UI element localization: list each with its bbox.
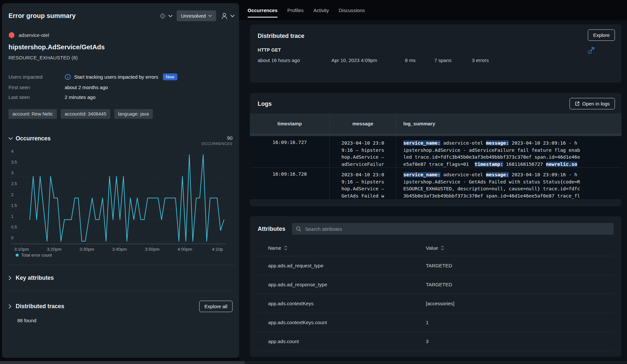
- tab-profiles[interactable]: Profiles: [287, 0, 304, 20]
- attributes-rows: app.ads.ad_request_typeTARGETEDapp.ads.a…: [258, 256, 614, 351]
- panel-title: Error group summary: [7, 12, 159, 20]
- status-dropdown[interactable]: Unresolved: [177, 10, 216, 21]
- attribute-value: 1: [426, 320, 614, 325]
- log-row[interactable]: 16:09:16.7272023-04-10 23:09:16 – hipste…: [250, 136, 621, 167]
- attribute-name: app.ads.contextKeys: [268, 301, 426, 306]
- chevron-down-icon: [208, 15, 212, 17]
- highlighted-token: message:: [486, 140, 509, 146]
- tab-discussions[interactable]: Discussions: [339, 0, 365, 20]
- trace-meta-item: 3 errors: [472, 57, 489, 63]
- trace-meta-item: 7 spans: [434, 57, 472, 63]
- entity-picker-dropdown[interactable]: [159, 12, 172, 20]
- attribute-name: app.ads.ad_response_type: [268, 282, 426, 287]
- attribute-row[interactable]: app.ads.ad_request_typeTARGETED: [258, 256, 614, 275]
- entity-row: adservice-otel: [7, 32, 234, 39]
- logs-card-title: Logs: [250, 93, 621, 107]
- assignee-dropdown[interactable]: [220, 12, 234, 20]
- occurrences-count-label: OCCURRENCES: [201, 142, 233, 146]
- chevron-right-icon: [8, 304, 11, 309]
- attribute-row[interactable]: app.ads.contextKeys.count1: [258, 313, 614, 332]
- attributes-col-name[interactable]: Name: [268, 245, 426, 251]
- distributed-traces-title: Distributed traces: [16, 303, 64, 310]
- summary-header: Error group summary Unresolved: [7, 3, 234, 21]
- search-icon: [296, 226, 301, 232]
- detail-tabbar: OccurrencesProfilesActivityDiscussions: [239, 0, 627, 20]
- entity-name[interactable]: adservice-otel: [19, 32, 49, 38]
- logs-col-message[interactable]: message: [330, 113, 396, 134]
- diamond-icon: [159, 12, 166, 20]
- search-attributes-input[interactable]: [304, 226, 610, 232]
- logs-horizontal-scrollbar[interactable]: [250, 134, 621, 136]
- first-seen-label: First seen: [8, 85, 65, 90]
- log-timestamp: 16:09:16.728: [250, 168, 330, 199]
- summary-controls: Unresolved: [159, 10, 234, 21]
- chevron-down-icon: [231, 15, 234, 17]
- tag-chip[interactable]: language: java: [114, 109, 153, 119]
- occurrences-count-block: 90 OCCURRENCES: [201, 135, 233, 146]
- key-attributes-toggle[interactable]: Key attributes: [8, 275, 54, 281]
- users-impacted-text[interactable]: Start tracking users impacted by errors: [74, 74, 158, 80]
- tab-activity[interactable]: Activity: [314, 0, 329, 20]
- detail-panel: OccurrencesProfilesActivityDiscussions D…: [239, 0, 627, 364]
- status-dropdown-label: Unresolved: [181, 13, 206, 19]
- logs-col-timestamp[interactable]: timestamp: [250, 113, 330, 134]
- explore-button[interactable]: Explore: [588, 29, 615, 41]
- horizontal-scrollbar-thumb[interactable]: [0, 361, 245, 364]
- svg-text:3: 3: [11, 170, 13, 175]
- open-in-logs-button[interactable]: Open in logs: [570, 98, 615, 109]
- traces-found-count: 88 found: [7, 318, 234, 323]
- tags-row: account: Rew NelicaccountId: 3406445lang…: [7, 109, 234, 119]
- chart-legend[interactable]: Total error count: [7, 253, 234, 258]
- attribute-row[interactable]: app.ads.count3: [258, 332, 614, 351]
- distributed-traces-section: Distributed traces Explore all: [7, 291, 234, 322]
- users-impacted-value: Start tracking users impacted by errors …: [65, 73, 234, 80]
- error-class: RESOURCE_EXHAUSTED (8): [7, 55, 234, 60]
- logs-col-log-summary[interactable]: log_summary: [396, 113, 621, 134]
- occurrences-collapse-toggle[interactable]: Occurrences: [8, 135, 51, 142]
- attribute-row[interactable]: app.ads.ad_response_typeTARGETED: [258, 275, 614, 294]
- svg-text:3:40pm: 3:40pm: [112, 247, 127, 252]
- distributed-traces-toggle[interactable]: Distributed traces: [8, 303, 64, 310]
- error-group-name: hipstershop.AdService/GetAds: [7, 43, 234, 51]
- attributes-col-value[interactable]: Value: [426, 245, 614, 251]
- trace-meta-item: Apr 10, 2023 4:09pm: [331, 57, 405, 63]
- chevron-down-icon: [169, 15, 172, 17]
- logs-table: timestamp message log_summary 16:09:16.7…: [250, 113, 621, 206]
- explore-all-button[interactable]: Explore all: [199, 301, 233, 312]
- legend-label: Total error count: [21, 253, 52, 258]
- attributes-table: Name Value app.ads.ad_request_ty: [258, 242, 614, 351]
- error-group-summary-panel: Error group summary Unresolved: [2, 3, 239, 358]
- occurrences-chart[interactable]: 43.532.521.510.503:10pm3:20pm3:30pm3:40p…: [7, 148, 234, 253]
- tag-chip[interactable]: account: Rew Nelic: [8, 109, 57, 119]
- sort-icon: [441, 245, 444, 250]
- svg-text:0: 0: [11, 235, 13, 240]
- attribute-name: app.ads.contextKeys.count: [268, 320, 426, 325]
- last-seen-value: 2 minutes ago: [65, 94, 234, 100]
- log-timestamp: 16:09:16.727: [250, 136, 330, 167]
- first-seen-value: about 2 months ago: [65, 85, 234, 90]
- value-column-label: Value: [426, 245, 438, 251]
- trace-meta-item: 8 ms: [405, 57, 434, 63]
- open-in-logs-label: Open in logs: [582, 101, 610, 106]
- attribute-row[interactable]: app.ads.contextKeys[accessories]: [258, 294, 614, 313]
- tab-occurrences[interactable]: Occurrences: [248, 0, 278, 20]
- log-row[interactable]: 16:09:16.7282023-04-10 23:09:16 – hipste…: [250, 167, 621, 199]
- distributed-trace-card: Distributed trace Explore HTTP GET about…: [250, 24, 621, 83]
- new-badge: New: [163, 73, 177, 80]
- svg-text:4:10p: 4:10p: [212, 247, 223, 252]
- legend-dot-icon: [16, 254, 19, 257]
- open-trace-icon[interactable]: [587, 46, 595, 55]
- sort-icon: [284, 245, 287, 250]
- attribute-name: app.ads.count: [268, 339, 426, 344]
- attribute-value: TARGETED: [426, 263, 614, 268]
- detail-content: Distributed trace Explore HTTP GET about…: [239, 20, 627, 364]
- logs-table-header: timestamp message log_summary: [250, 113, 621, 134]
- horizontal-scrollbar-track[interactable]: [0, 361, 627, 364]
- svg-text:2: 2: [11, 192, 13, 197]
- svg-text:3:20pm: 3:20pm: [47, 247, 61, 252]
- person-icon: [220, 12, 228, 20]
- occurrences-section-header: Occurrences 90 OCCURRENCES: [7, 135, 234, 146]
- attribute-name: app.ads.ad_request_type: [268, 263, 426, 268]
- tag-chip[interactable]: accountId: 3406445: [61, 109, 110, 119]
- error-inbox-page: Error group summary Unresolved: [0, 0, 627, 364]
